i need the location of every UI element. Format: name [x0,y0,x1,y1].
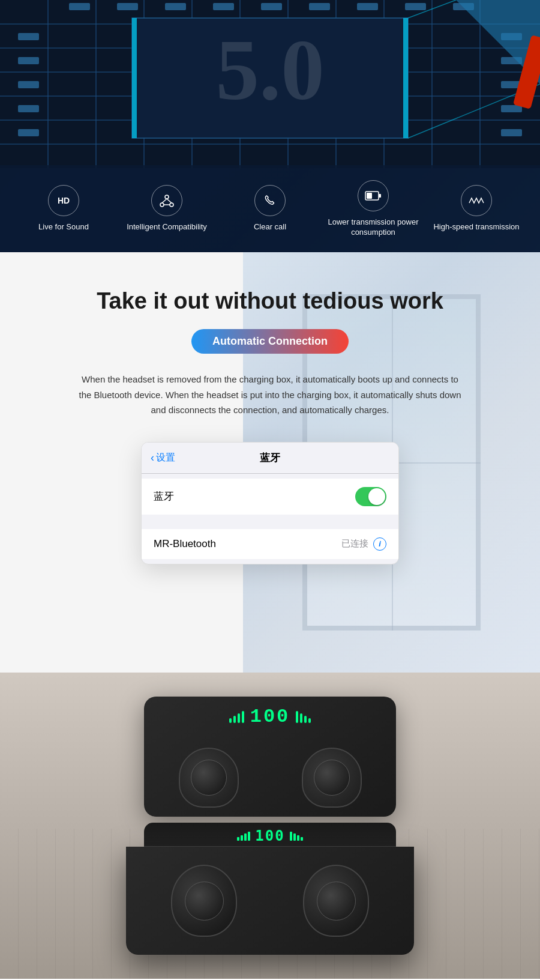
feature-live-sound: HD Live for Sound [12,185,115,232]
ios-settings-mockup: ‹ 设置 蓝牙 蓝牙 MR-Bluetooth [141,442,399,564]
svg-rect-39 [403,18,408,138]
ios-back-button[interactable]: ‹ 设置 [151,452,175,464]
led-bar-8 [308,718,311,723]
earbud-left-open [171,865,237,937]
svg-rect-38 [132,18,137,138]
case-lid: 100 [144,823,396,847]
svg-rect-32 [309,3,330,10]
svg-rect-31 [261,3,282,10]
ios-bluetooth-section: 蓝牙 [142,479,398,515]
lid-led-text: 100 [255,827,284,844]
earbud-left [191,760,227,796]
earbud-right [314,760,350,796]
led-bar-6 [300,713,302,723]
case-body-open [126,847,414,955]
svg-rect-19 [18,81,39,88]
network-icon [151,185,182,216]
intelligent-compatibility-label: Intelligent Compatibility [127,222,207,232]
ios-toggle-thumb [368,488,385,505]
phone-icon [254,185,286,216]
features-bar: HD Live for Sound Intelligent Compatibil… [0,165,540,252]
led-display-top: 100 [156,706,384,728]
ios-device-name: MR-Bluetooth [154,538,216,550]
live-sound-label: Live for Sound [38,222,89,232]
case-lid-led: 100 [144,823,396,844]
feature-clear-call: Clear call [218,185,322,232]
ios-info-button[interactable]: i [373,537,386,551]
svg-rect-52 [379,194,381,198]
earbuds-container: 100 [126,673,414,979]
svg-rect-33 [357,3,378,10]
case-open-view: 100 [126,823,414,955]
svg-rect-20 [18,105,39,112]
led-bar-5 [296,711,298,723]
auto-content: Take it out without tedious work Automat… [60,288,480,564]
led-bar-7 [304,716,307,723]
ios-devices-section: MR-Bluetooth 已连接 i [142,529,398,559]
earbud-right-slot [302,748,362,808]
auto-badge: Automatic Connection [191,329,349,354]
led-bar-1 [229,718,232,723]
svg-point-46 [170,203,173,207]
led-bar-3 [238,713,240,723]
svg-rect-17 [18,33,39,40]
led-bar-2 [233,716,236,723]
ios-bluetooth-label: 蓝牙 [154,489,174,503]
battery-icon [358,180,389,211]
auto-title: Take it out without tedious work [60,288,480,314]
high-speed-label: High-speed transmission [433,222,519,232]
svg-line-47 [162,199,167,203]
auto-connection-section: Take it out without tedious work Automat… [0,252,540,673]
earbud-left-slot [179,748,239,808]
svg-point-45 [160,203,164,207]
svg-line-48 [167,199,172,203]
clear-call-label: Clear call [254,222,286,232]
hero-section: 5.0 HD Live for Sound [0,0,540,252]
svg-rect-29 [165,3,186,10]
product-section: 100 [0,673,540,979]
case-closed-view: 100 [144,697,396,817]
svg-rect-18 [18,57,39,64]
led-number: 100 [250,706,290,728]
svg-rect-26 [501,129,522,136]
feature-intelligent-compatibility: Intelligent Compatibility [115,185,218,232]
case-box: 100 [144,697,396,817]
lower-transmission-label: Lower transmission power consumption [322,217,425,238]
led-bar-4 [242,711,244,723]
ios-bluetooth-toggle[interactable] [355,487,386,506]
svg-rect-30 [213,3,234,10]
svg-point-44 [165,195,169,199]
circuit-background: 5.0 [0,0,540,168]
led-bars-left [229,711,244,723]
ios-section-gap [142,519,398,524]
earbuds-slots [156,748,384,808]
auto-description: When the headset is removed from the cha… [75,372,465,418]
svg-rect-25 [501,105,522,112]
svg-rect-27 [69,3,90,10]
feature-high-speed: High-speed transmission [425,185,528,232]
svg-rect-51 [367,193,372,199]
svg-text:5.0: 5.0 [215,22,324,118]
ios-nav-bar: ‹ 设置 蓝牙 [142,443,398,474]
svg-rect-34 [405,3,426,10]
ios-bluetooth-row: 蓝牙 [142,479,398,515]
svg-rect-21 [18,129,39,136]
earbud-right-open [303,865,369,937]
feature-lower-transmission: Lower transmission power consumption [322,180,425,238]
ios-device-status: 已连接 i [341,537,386,551]
led-bars-right [296,711,311,723]
svg-rect-28 [117,3,138,10]
ios-device-row[interactable]: MR-Bluetooth 已连接 i [142,529,398,559]
ios-nav-title: 蓝牙 [260,451,280,465]
wave-icon [461,185,492,216]
hd-icon: HD [48,185,79,216]
